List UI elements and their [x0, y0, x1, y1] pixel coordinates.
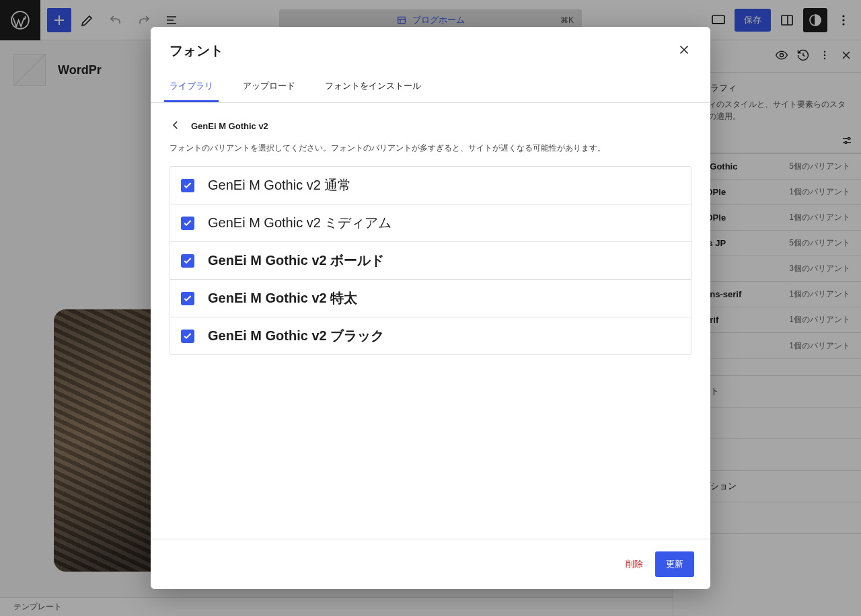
variant-row[interactable]: GenEi M Gothic v2 ブラック	[170, 317, 691, 354]
tab-0[interactable]: ライブラリ	[164, 72, 219, 102]
variant-label: GenEi M Gothic v2 特太	[208, 289, 357, 307]
modal-title: フォント	[170, 42, 223, 60]
tab-2[interactable]: フォントをインストール	[320, 72, 426, 102]
modal-tabs: ライブラリアップロードフォントをインストール	[151, 72, 710, 103]
variant-hint: フォントのバリアントを選択してください。フォントのバリアントが多すぎると、サイト…	[170, 143, 691, 154]
variant-row[interactable]: GenEi M Gothic v2 ミディアム	[170, 204, 691, 242]
checkbox-icon[interactable]	[181, 330, 194, 343]
modal-overlay: フォント ライブラリアップロードフォントをインストール GenEi M Goth…	[0, 0, 861, 616]
variant-label: GenEi M Gothic v2 ボールド	[208, 252, 384, 270]
variant-row[interactable]: GenEi M Gothic v2 ボールド	[170, 242, 691, 280]
checkbox-icon[interactable]	[181, 179, 194, 192]
variant-label: GenEi M Gothic v2 ミディアム	[208, 214, 391, 232]
checkbox-icon[interactable]	[181, 254, 194, 268]
variant-row[interactable]: GenEi M Gothic v2 特太	[170, 280, 691, 317]
tab-1[interactable]: アップロード	[237, 72, 301, 102]
variant-label: GenEi M Gothic v2 ブラック	[208, 327, 384, 345]
variant-row[interactable]: GenEi M Gothic v2 通常	[170, 167, 691, 204]
font-family-name: GenEi M Gothic v2	[191, 121, 268, 131]
checkbox-icon[interactable]	[181, 292, 194, 305]
font-modal: フォント ライブラリアップロードフォントをインストール GenEi M Goth…	[151, 27, 710, 589]
checkbox-icon[interactable]	[181, 217, 194, 230]
variant-label: GenEi M Gothic v2 通常	[208, 176, 351, 194]
update-button[interactable]: 更新	[655, 551, 694, 577]
back-icon[interactable]	[170, 119, 182, 133]
variant-list: GenEi M Gothic v2 通常GenEi M Gothic v2 ミデ…	[170, 166, 691, 355]
delete-button[interactable]: 削除	[626, 558, 643, 570]
close-icon[interactable]	[677, 42, 691, 59]
